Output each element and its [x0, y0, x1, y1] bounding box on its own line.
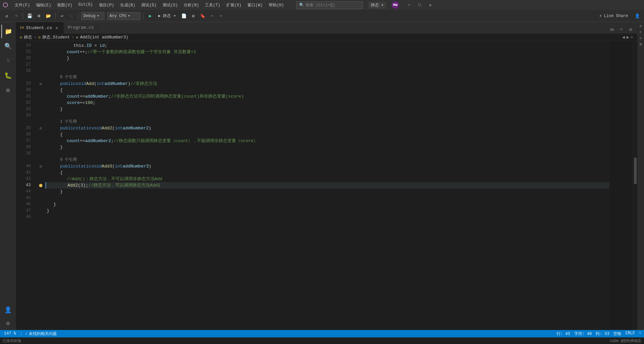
- theme-dropdown[interactable]: 静态 ▾: [368, 2, 386, 9]
- right-panel-icon2[interactable]: ≡: [638, 29, 643, 35]
- start-button[interactable]: ▶: [146, 12, 154, 20]
- fold-35[interactable]: ⊟: [40, 126, 42, 130]
- menu-build[interactable]: 生成(B): [118, 2, 138, 9]
- statusbar-encoding[interactable]: CRLF: [625, 331, 635, 337]
- breadcrumb-fwd[interactable]: ►: [626, 35, 629, 40]
- menu-view[interactable]: 视图(V): [54, 2, 75, 9]
- toolbar-save-all[interactable]: ⊞: [35, 12, 43, 20]
- tab-overflow[interactable]: ≫: [608, 25, 616, 33]
- activity-bottom: 👤 ⚙: [1, 303, 15, 330]
- toolbar-sep4: [143, 13, 144, 19]
- tab-student-cs[interactable]: C# Student.cs ✕: [16, 22, 64, 33]
- menu-project[interactable]: 项目(P): [96, 2, 117, 9]
- toolbar-bookmark[interactable]: 🔖: [199, 12, 207, 20]
- toolbar-nav1[interactable]: ◄: [208, 12, 216, 20]
- statusbar-row[interactable]: 行: 43: [557, 331, 570, 337]
- start-config-btn[interactable]: ▶ 静态 ▾: [156, 12, 179, 19]
- scrollbar[interactable]: [633, 41, 637, 330]
- linenum-33: 33: [16, 106, 33, 112]
- breadcrumb-student[interactable]: 静态.Student: [42, 34, 70, 40]
- menu-debug[interactable]: 调试(D): [139, 2, 159, 9]
- linenum-24: 24: [16, 42, 33, 49]
- tab-program-cs[interactable]: Program.cs: [64, 22, 98, 33]
- close-button[interactable]: ✕: [426, 0, 435, 10]
- toolbar-open-file[interactable]: 📄: [180, 12, 188, 20]
- minimize-button[interactable]: ─: [404, 0, 414, 10]
- gutter-45: [36, 195, 45, 201]
- code-41-brace: {: [60, 169, 63, 176]
- toolbar-nav2[interactable]: ►: [217, 12, 225, 20]
- right-panel-icon1[interactable]: ⊞: [638, 23, 643, 29]
- debug-config-dropdown[interactable]: Debug ▾: [81, 12, 104, 20]
- breadcrumb-add[interactable]: +: [631, 35, 633, 40]
- tab-0-close[interactable]: ✕: [54, 25, 59, 30]
- restore-button[interactable]: □: [415, 0, 424, 10]
- activity-settings[interactable]: ⚙: [1, 317, 15, 330]
- right-panel-icon3[interactable]: ⊙: [638, 35, 643, 41]
- toolbar-save[interactable]: 💾: [26, 12, 34, 20]
- tab-settings-icon[interactable]: ⚙: [627, 25, 635, 33]
- menu-window[interactable]: 窗口(W): [245, 2, 265, 9]
- fold-40[interactable]: ⊟: [40, 164, 42, 168]
- gutter-35[interactable]: ⊟: [36, 125, 45, 131]
- menu-file[interactable]: 文件(F): [12, 2, 33, 9]
- menu-tools[interactable]: 工具(T): [202, 2, 223, 9]
- code-29-paren: (: [94, 81, 96, 87]
- gutter-28: [36, 68, 45, 74]
- gutter-29[interactable]: ⊟: [36, 81, 45, 87]
- breadcrumb-method-icon: ⊙: [76, 35, 78, 39]
- code-line-37: count += addNumber2 ; //静态函数只能调用静态变量（cou…: [45, 138, 609, 144]
- activity-explorer[interactable]: 📁: [1, 25, 15, 38]
- gutter-42: [36, 176, 45, 182]
- check-icon: ✓: [25, 331, 27, 336]
- breadcrumb-class[interactable]: 静态: [24, 34, 32, 40]
- code-line-35: public static void Add2 ( int addNumber2…: [45, 125, 609, 131]
- gutter-ref40: [36, 157, 45, 163]
- right-panel-icon4[interactable]: ▤: [638, 41, 643, 47]
- breadcrumb: ⊡ 静态 › ⊡ 静态.Student › ⊙ Add3(int addNumb…: [16, 34, 637, 41]
- breadcrumb-method[interactable]: Add3(int addNumber3): [80, 35, 128, 40]
- statusbar-git-icon: ⑂: [639, 331, 641, 337]
- code-30-brace: {: [60, 87, 63, 93]
- code-editor[interactable]: 24 25 26 27 28 29 30 31 32 33 34 35 36 3…: [16, 41, 637, 330]
- statusbar-spaces[interactable]: 空格: [613, 331, 621, 337]
- menu-help[interactable]: 帮助(H): [266, 2, 287, 9]
- toolbar-redo[interactable]: ↪: [67, 12, 75, 20]
- code-47-brace: }: [47, 208, 49, 214]
- toolbar-extra[interactable]: 👤: [633, 12, 641, 20]
- linenum-42: 42: [16, 176, 33, 182]
- menu-test[interactable]: 测试(S): [160, 2, 181, 9]
- activity-extensions[interactable]: ⊞: [1, 84, 15, 97]
- scrollbar-thumb[interactable]: [634, 157, 637, 184]
- statusbar-problems[interactable]: ✓ 未找到相关问题: [25, 331, 57, 337]
- toolbar-back[interactable]: ◄: [12, 12, 20, 20]
- gutter-ref29: [36, 74, 45, 81]
- gutter-40[interactable]: ⊟: [36, 163, 45, 169]
- menu-analyze[interactable]: 分析(N): [181, 2, 202, 9]
- code-line-45: [45, 195, 609, 201]
- code-32-op: +=: [80, 100, 85, 106]
- menu-extensions[interactable]: 扩展(X): [224, 2, 244, 9]
- activity-search[interactable]: 🔍: [1, 39, 15, 53]
- breadcrumb-back[interactable]: ◄: [622, 35, 625, 40]
- tab-new[interactable]: +: [617, 25, 625, 33]
- toolbar-settings[interactable]: ⚙: [189, 12, 197, 20]
- code-content[interactable]: this.ID = id; count++; //带一个参数的构造函数创建一个学…: [45, 41, 609, 330]
- statusbar-col[interactable]: 列: 53: [596, 331, 609, 337]
- toolbar-refresh[interactable]: ↺: [3, 12, 11, 20]
- activity-debug[interactable]: 🐛: [1, 69, 15, 82]
- profile-button[interactable]: MW: [392, 1, 399, 9]
- activity-git[interactable]: ⑂: [1, 54, 15, 68]
- menu-git[interactable]: Git(G): [76, 2, 95, 9]
- code-line-41: {: [45, 169, 609, 176]
- activity-accounts[interactable]: 👤: [1, 303, 15, 317]
- statusbar-char[interactable]: 字符: 40: [574, 331, 592, 337]
- live-share-button[interactable]: ⚡ Live Share: [595, 13, 632, 19]
- platform-dropdown[interactable]: Any CPU ▾: [107, 12, 141, 20]
- toolbar-open[interactable]: 📂: [44, 12, 52, 20]
- statusbar-zoom[interactable]: 147 %: [3, 331, 17, 336]
- fold-29[interactable]: ⊟: [40, 82, 42, 86]
- search-label[interactable]: 搜索 (Ctrl+Q): [305, 2, 335, 8]
- toolbar-undo[interactable]: ↩: [58, 12, 66, 20]
- menu-edit[interactable]: 编辑(E): [33, 2, 54, 9]
